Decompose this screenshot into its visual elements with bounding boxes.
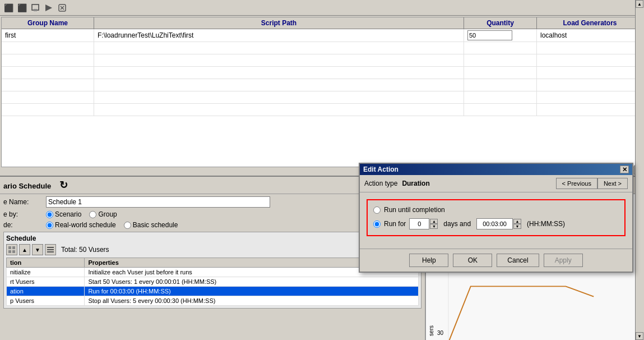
toolbar-btn-3[interactable] xyxy=(29,2,41,14)
col-group-name: Group Name xyxy=(2,17,94,29)
days-up-arrow[interactable]: ▲ xyxy=(430,219,438,224)
scrollbar-down-btn[interactable]: ▼ xyxy=(636,332,643,340)
realworld-radio[interactable] xyxy=(46,222,53,229)
days-input[interactable] xyxy=(409,218,429,229)
schedule-inner-title: Schedule xyxy=(6,235,419,242)
col-quantity: Quantity xyxy=(464,17,537,29)
nav-btn-group: < Previous Next > xyxy=(556,178,628,189)
ok-button[interactable]: OK xyxy=(453,254,492,267)
total-vusers-label: Total: 50 Vusers xyxy=(61,246,109,254)
properties-cell-3: Stop all Vusers: 5 every 00:00:30 (HH:MM… xyxy=(85,296,419,306)
scenario-radio[interactable] xyxy=(46,211,53,218)
basic-radio[interactable] xyxy=(124,222,131,229)
help-button[interactable]: Help xyxy=(409,254,448,267)
days-down-arrow[interactable]: ▼ xyxy=(430,224,438,229)
top-table-wrapper: Group Name Script Path Quantity Load Gen… xyxy=(1,17,643,167)
time-up-arrow[interactable]: ▲ xyxy=(513,219,521,224)
cell-quantity[interactable] xyxy=(464,29,537,42)
action-cell-1: rt Vusers xyxy=(7,277,85,287)
schedule-toolbar: ▲ ▼ Total: 50 Vusers xyxy=(6,244,419,255)
toolbar: ⬛ ⬛ xyxy=(0,0,644,16)
col-action: tion xyxy=(7,258,85,268)
toolbar-btn-1[interactable]: ⬛ xyxy=(2,2,15,14)
group-radio[interactable] xyxy=(89,211,96,218)
group-label: Group xyxy=(98,210,117,218)
time-arrows: ▲ ▼ xyxy=(513,219,521,229)
dialog-title: Edit Action xyxy=(363,166,399,173)
mode-label: de: xyxy=(3,221,43,229)
edit-action-dialog: Edit Action ✕ Action type Duration < Pre… xyxy=(359,163,633,273)
table-row-empty-3 xyxy=(2,67,642,79)
dialog-footer: Help OK Cancel Apply xyxy=(360,249,632,272)
quantity-input[interactable] xyxy=(467,30,512,40)
prev-button[interactable]: < Previous xyxy=(556,178,597,189)
cell-group-name: first xyxy=(2,29,94,42)
dialog-titlebar: Edit Action ✕ xyxy=(360,164,632,175)
side-scrollbar[interactable]: ▲ ▼ xyxy=(635,0,644,340)
runby-label: e by: xyxy=(3,210,43,218)
toolbar-btn-5[interactable] xyxy=(56,2,68,14)
cell-load-generators: localhost xyxy=(537,29,643,42)
add-schedule-btn[interactable] xyxy=(6,244,17,255)
svg-rect-9 xyxy=(12,250,15,253)
svg-rect-7 xyxy=(12,246,15,249)
apply-button[interactable]: Apply xyxy=(544,254,583,267)
scrollbar-up-btn[interactable]: ▲ xyxy=(636,0,643,8)
table-row-empty-1 xyxy=(2,42,642,54)
action-cell-3: p Vusers xyxy=(7,296,85,306)
svg-rect-6 xyxy=(8,246,11,249)
realworld-radio-item[interactable]: Real-world schedule xyxy=(46,221,116,229)
action-type-value: Duration xyxy=(402,180,429,187)
next-button[interactable]: Next > xyxy=(597,178,628,189)
refresh-icon[interactable]: ↻ xyxy=(59,180,68,191)
basic-label: Basic schedule xyxy=(133,221,178,229)
svg-rect-10 xyxy=(47,247,54,248)
move-down-btn[interactable]: ▼ xyxy=(32,244,43,255)
cell-script-path: F:\loadrunnerTest\LuZhiText\first xyxy=(94,29,464,42)
details-btn[interactable] xyxy=(45,244,56,255)
cancel-button[interactable]: Cancel xyxy=(497,254,539,267)
svg-marker-2 xyxy=(45,4,52,11)
scenario-radio-item[interactable]: Scenario xyxy=(46,210,81,218)
duration-box: Run until completion Run for ▲ ▼ days an… xyxy=(367,199,626,236)
dialog-body: Run until completion Run for ▲ ▼ days an… xyxy=(360,192,632,249)
run-until-label: Run until completion xyxy=(384,206,445,214)
dialog-nav-bar: Action type Duration < Previous Next > xyxy=(360,175,632,192)
schedule-row-3[interactable]: p Vusers Stop all Vusers: 5 every 00:00:… xyxy=(7,296,419,306)
group-radio-item[interactable]: Group xyxy=(89,210,117,218)
scenario-label: Scenario xyxy=(55,210,81,218)
schedule-name-input[interactable] xyxy=(46,196,270,208)
move-up-btn[interactable]: ▲ xyxy=(19,244,30,255)
name-label: e Name: xyxy=(3,198,43,206)
basic-radio-item[interactable]: Basic schedule xyxy=(124,221,178,229)
time-format-label: (HH:MM:SS) xyxy=(527,220,565,228)
duration-row-1: Run until completion xyxy=(373,206,619,214)
col-load-generators: Load Generators xyxy=(537,17,643,29)
properties-cell-2: Run for 00:03:00 (HH:MM:SS) xyxy=(85,287,419,296)
col-script-path: Script Path xyxy=(94,17,464,29)
schedule-row-0[interactable]: nitialize Initialize each Vuser just bef… xyxy=(7,268,419,277)
table-row-empty-6 xyxy=(2,104,642,116)
table-row-empty-2 xyxy=(2,54,642,67)
table-header: Group Name Script Path Quantity Load Gen… xyxy=(2,17,642,29)
days-arrows: ▲ ▼ xyxy=(430,219,438,229)
action-cell-2: ation xyxy=(7,287,85,296)
table-row-empty-5 xyxy=(2,91,642,104)
run-for-radio[interactable] xyxy=(373,220,381,228)
time-input[interactable] xyxy=(476,218,513,229)
svg-rect-11 xyxy=(47,249,54,250)
mode-radio-group: Real-world schedule Basic schedule xyxy=(46,221,178,229)
days-label: days and xyxy=(443,220,471,228)
schedule-row-1[interactable]: rt Vusers Start 50 Vusers: 1 every 00:00… xyxy=(7,277,419,287)
table-row: first F:\loadrunnerTest\LuZhiText\first … xyxy=(2,29,642,42)
schedule-row-2[interactable]: ation Run for 00:03:00 (HH:MM:SS) xyxy=(7,287,419,296)
dialog-close-button[interactable]: ✕ xyxy=(620,166,629,173)
toolbar-btn-2[interactable]: ⬛ xyxy=(16,2,28,14)
action-cell-0: nitialize xyxy=(7,268,85,277)
schedule-table: tion Properties nitialize Initialize eac… xyxy=(6,258,419,306)
time-down-arrow[interactable]: ▼ xyxy=(513,224,521,229)
top-section: Group Name Script Path Quantity Load Gen… xyxy=(0,16,644,176)
run-until-completion-radio[interactable] xyxy=(373,206,381,214)
toolbar-btn-4[interactable] xyxy=(43,2,55,14)
run-for-label: Run for xyxy=(384,220,406,228)
